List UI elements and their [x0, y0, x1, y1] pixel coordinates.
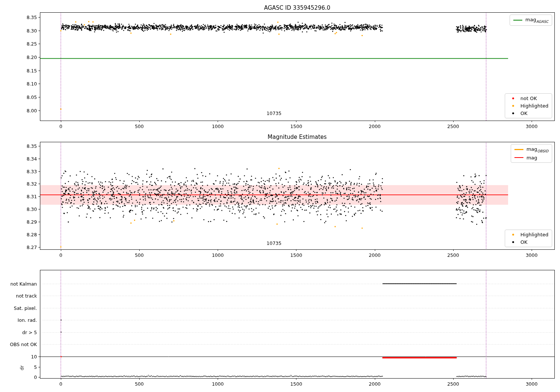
dr-axis-label: dr [19, 365, 25, 370]
chart2-title: Magnitude Estimates [268, 134, 327, 140]
chart2-obsid-annotation: 10735 [267, 240, 281, 246]
chart1-obsid-annotation: 10735 [267, 111, 281, 116]
agasc-magnitude-figure: AGASC ID 335945296.0 Magnitude Estimates… [0, 0, 560, 392]
chart1-title: AGASC ID 335945296.0 [264, 4, 330, 11]
chart-canvas [0, 0, 560, 392]
